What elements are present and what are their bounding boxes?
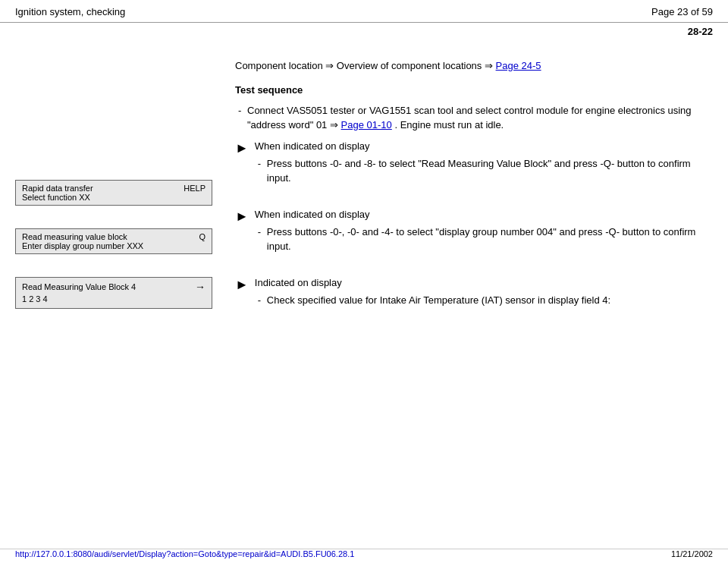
instruction-bullet-3: Check specified value for Intake Air Tem… xyxy=(267,293,713,308)
instruction-content-3: Indicated on display Check specified val… xyxy=(255,277,713,316)
arrow-indicator-2: ► xyxy=(235,209,249,225)
rapid-data-label: Rapid data transfer xyxy=(22,184,93,193)
instruction-block-3: ► Indicated on display Check specified v… xyxy=(235,277,713,316)
rmvb4-title: Read Measuring Value Block 4 xyxy=(22,282,136,291)
instruction-content-1: When indicated on display Press buttons … xyxy=(255,140,713,193)
connect-bullet: Connect VAS5051 tester or VAG1551 scan t… xyxy=(247,103,713,133)
ui-box-rapid-data: Rapid data transfer HELP Select function… xyxy=(15,180,212,206)
page-number: Page 23 of 59 xyxy=(651,6,713,17)
when-indicated-2: When indicated on display xyxy=(255,209,713,220)
left-panel: Rapid data transfer HELP Select function… xyxy=(0,51,228,561)
footer-url[interactable]: http://127.0.0.1:8080/audi/servlet/Displ… xyxy=(15,549,354,558)
instruction-bullet-2: Press buttons -0-, -0- and -4- to select… xyxy=(267,225,713,254)
read-measuring-label: Read measuring value block xyxy=(22,232,127,241)
display-group-label: Enter display group number XXX xyxy=(22,241,143,250)
ui-group-1: Rapid data transfer HELP Select function… xyxy=(15,180,212,206)
page-title: Ignition system, checking xyxy=(15,6,125,17)
when-indicated-3: Indicated on display xyxy=(255,277,713,288)
footer-date: 11/21/2002 xyxy=(671,549,713,558)
ui-group-3: Read Measuring Value Block 4 → 1 2 3 4 xyxy=(15,277,212,309)
right-panel: Component location ⇒ Overview of compone… xyxy=(228,51,728,561)
connect-bullet-end: . Engine must run at idle. xyxy=(392,119,504,131)
test-sequence-heading: Test sequence xyxy=(235,84,713,96)
rmvb4-arrow: → xyxy=(195,281,206,293)
read-measuring-q: Q xyxy=(199,232,206,241)
instruction-bullet-1: Press buttons -0- and -8- to select "Rea… xyxy=(267,156,713,186)
component-location-prefix: Component location ⇒ Overview of compone… xyxy=(235,60,496,71)
ui-group-2: Read measuring value block Q Enter displ… xyxy=(15,228,212,254)
page-container: Ignition system, checking Page 23 of 59 … xyxy=(0,0,728,563)
page-header: Ignition system, checking Page 23 of 59 xyxy=(0,0,728,23)
rmvb4-numbers: 1 2 3 4 xyxy=(22,293,206,305)
component-location-text: Component location ⇒ Overview of compone… xyxy=(235,58,713,74)
ui-box-read-measuring: Read measuring value block Q Enter displ… xyxy=(15,228,212,254)
when-indicated-1: When indicated on display xyxy=(255,140,713,152)
arrow-indicator-3: ► xyxy=(235,277,249,293)
section-number: 28-22 xyxy=(0,23,728,43)
page-footer: http://127.0.0.1:8080/audi/servlet/Displ… xyxy=(0,549,728,558)
select-function-label: Select function XX xyxy=(22,193,90,202)
connect-bullet-link[interactable]: Page 01-10 xyxy=(341,119,392,131)
instruction-block-1: ► When indicated on display Press button… xyxy=(235,140,713,193)
arrow-indicator-1: ► xyxy=(235,140,249,156)
instruction-content-2: When indicated on display Press buttons … xyxy=(255,209,713,262)
component-location-link[interactable]: Page 24-5 xyxy=(496,60,541,71)
instruction-block-2: ► When indicated on display Press button… xyxy=(235,209,713,262)
rapid-data-help: HELP xyxy=(184,184,206,193)
main-content: Rapid data transfer HELP Select function… xyxy=(0,43,728,561)
ui-box-rmvb4: Read Measuring Value Block 4 → 1 2 3 4 xyxy=(15,277,212,309)
